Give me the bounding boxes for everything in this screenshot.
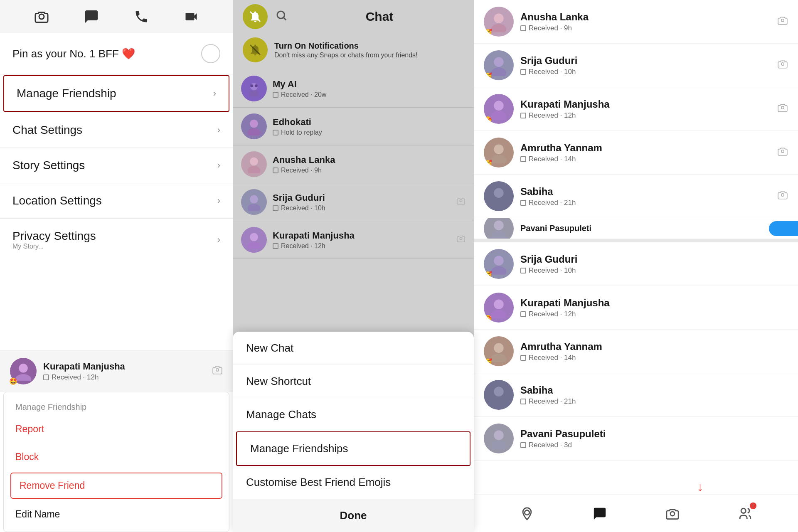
video-icon[interactable] bbox=[182, 7, 200, 26]
contact-status: Received · 10h bbox=[529, 266, 576, 275]
contact-avatar: 🥰 bbox=[484, 138, 514, 167]
contact-info: Anusha Lanka Received · 9h bbox=[520, 11, 771, 32]
contact-sub: Received · 14h bbox=[520, 155, 771, 163]
chat-item[interactable]: My AI Received · 20w bbox=[233, 70, 474, 108]
status-icon bbox=[520, 200, 526, 206]
contact-info: Srija Guduri Received · 10h bbox=[520, 254, 788, 275]
notif-icon bbox=[243, 37, 268, 62]
manage-friendships-button[interactable]: Manage Friendships bbox=[236, 431, 470, 466]
privacy-settings-item[interactable]: Privacy Settings My Story... › bbox=[0, 219, 233, 261]
chat-name: Edhokati bbox=[273, 117, 466, 128]
svg-point-29 bbox=[781, 106, 784, 109]
chat-settings-item[interactable]: Chat Settings › bbox=[0, 113, 233, 148]
list-item[interactable]: Pavani Pasupuleti bbox=[474, 218, 798, 239]
svg-point-28 bbox=[491, 111, 506, 120]
svg-point-3 bbox=[216, 369, 219, 372]
list-item[interactable]: 🥰 Amrutha Yannam Received · 14h bbox=[474, 131, 798, 175]
contact-info: Srija Guduri Received · 10h bbox=[520, 55, 771, 76]
svg-point-0 bbox=[39, 14, 44, 19]
list-item[interactable]: 🤩 Kurapati Manjusha Received · 12h bbox=[474, 87, 798, 131]
chat-settings-label: Chat Settings bbox=[12, 123, 82, 137]
friend-name: Kurapati Manjusha bbox=[43, 361, 205, 372]
search-icon[interactable] bbox=[275, 9, 288, 25]
map-nav-icon[interactable] bbox=[517, 503, 537, 524]
svg-point-32 bbox=[781, 150, 784, 153]
list-item[interactable]: Sabiha Received · 21h bbox=[474, 175, 798, 218]
friend-camera-icon[interactable] bbox=[212, 365, 223, 378]
list-item[interactable]: 🥰 Anusha Lanka Received · 9h bbox=[474, 0, 798, 44]
list-item[interactable]: 🥰 Amrutha Yannam Received · 14h bbox=[474, 330, 798, 373]
chat-item[interactable]: Anusha Lanka Received · 9h bbox=[233, 145, 474, 183]
camera-icon[interactable] bbox=[456, 196, 466, 208]
manage-chats-button[interactable]: Manage Chats bbox=[233, 398, 474, 431]
camera-icon[interactable] bbox=[777, 102, 788, 116]
list-item[interactable]: Sabiha Received · 21h bbox=[474, 373, 798, 417]
story-settings-item[interactable]: Story Settings › bbox=[0, 148, 233, 183]
status-icon bbox=[520, 268, 526, 273]
report-button[interactable]: Report bbox=[4, 415, 229, 443]
new-shortcut-button[interactable]: New Shortcut bbox=[233, 365, 474, 398]
camera-icon[interactable] bbox=[32, 7, 51, 26]
pin-bff-row[interactable]: Pin as your No. 1 BFF ❤️ bbox=[0, 33, 233, 74]
location-settings-item[interactable]: Location Settings › bbox=[0, 183, 233, 219]
contact-name: Pavani Pasupuleti bbox=[520, 428, 788, 440]
chat-icon[interactable] bbox=[82, 7, 101, 26]
right-panel: 🥰 Anusha Lanka Received · 9h bbox=[474, 0, 798, 532]
contact-status: Received · 21h bbox=[529, 397, 576, 406]
friend-card[interactable]: 🤩 Kurapati Manjusha Received · 12h bbox=[0, 350, 233, 392]
camera-icon[interactable] bbox=[777, 59, 788, 72]
camera-icon[interactable] bbox=[456, 234, 466, 246]
chat-name: My AI bbox=[273, 79, 466, 90]
contact-name: Anusha Lanka bbox=[520, 11, 771, 23]
emoji-badge: 🥰 bbox=[484, 358, 492, 366]
done-button[interactable]: Done bbox=[233, 499, 474, 532]
svg-point-33 bbox=[494, 188, 503, 198]
list-item[interactable]: 🥰 Srija Guduri Received · 10h bbox=[474, 44, 798, 87]
edit-name-row[interactable]: Edit Name bbox=[4, 500, 229, 528]
phone-icon[interactable] bbox=[132, 7, 150, 26]
customise-emojis-button[interactable]: Customise Best Friend Emojis bbox=[233, 466, 474, 499]
privacy-settings-label: Privacy Settings bbox=[12, 229, 96, 242]
chat-nav-icon[interactable] bbox=[589, 503, 610, 524]
chat-item[interactable]: Kurapati Manjusha Received · 12h bbox=[233, 221, 474, 259]
chat-avatar bbox=[241, 76, 267, 101]
list-item[interactable]: Pavani Pasupuleti Received · 3d bbox=[474, 417, 798, 461]
notification-btn[interactable] bbox=[243, 4, 268, 29]
svg-point-27 bbox=[494, 101, 503, 111]
svg-point-13 bbox=[250, 158, 258, 166]
list-item[interactable]: 🤩 Kurapati Manjusha Received · 12h bbox=[474, 286, 798, 330]
status-icon bbox=[520, 25, 526, 31]
manage-friendship-item[interactable]: Manage Friendship › bbox=[3, 75, 229, 112]
remove-friend-button[interactable]: Remove Friend bbox=[10, 473, 222, 499]
location-settings-label: Location Settings bbox=[12, 194, 102, 207]
svg-point-46 bbox=[494, 431, 503, 440]
list-item[interactable]: 🥰 Srija Guduri Received · 10h bbox=[474, 242, 798, 286]
camera-icon[interactable] bbox=[777, 15, 788, 28]
emoji-badge: 🥰 bbox=[484, 271, 492, 279]
contact-info: Pavani Pasupuleti Received · 3d bbox=[520, 428, 788, 449]
contact-name: Srija Guduri bbox=[520, 55, 771, 66]
bff-toggle[interactable] bbox=[201, 44, 220, 63]
camera-icon[interactable] bbox=[777, 146, 788, 159]
chat-item[interactable]: Srija Guduri Received · 10h bbox=[233, 183, 474, 221]
svg-point-26 bbox=[781, 63, 784, 66]
contact-status: Received · 10h bbox=[529, 68, 576, 76]
camera-icon[interactable] bbox=[777, 190, 788, 203]
chat-item[interactable]: Edhokati Hold to replay bbox=[233, 108, 474, 145]
chat-sub: Received · 12h bbox=[273, 242, 451, 250]
friends-nav-icon[interactable]: ! bbox=[735, 503, 756, 524]
notifications-banner[interactable]: Turn On Notifications Don't miss any Sna… bbox=[233, 33, 474, 70]
status-icon bbox=[273, 205, 278, 211]
contact-avatar bbox=[484, 424, 514, 453]
contact-info: Kurapati Manjusha Received · 12h bbox=[520, 297, 788, 318]
contact-status: Received · 12h bbox=[529, 310, 576, 318]
contact-status: Received · 14h bbox=[529, 155, 576, 163]
status-icon bbox=[520, 113, 526, 118]
svg-point-38 bbox=[494, 256, 503, 266]
block-button[interactable]: Block bbox=[4, 443, 229, 471]
new-chat-button[interactable]: New Chat bbox=[233, 332, 474, 365]
contact-sub: Received · 9h bbox=[520, 24, 771, 32]
contact-status: Received · 12h bbox=[529, 111, 576, 120]
camera-nav-icon[interactable] bbox=[662, 503, 683, 524]
status-icon bbox=[273, 243, 278, 249]
